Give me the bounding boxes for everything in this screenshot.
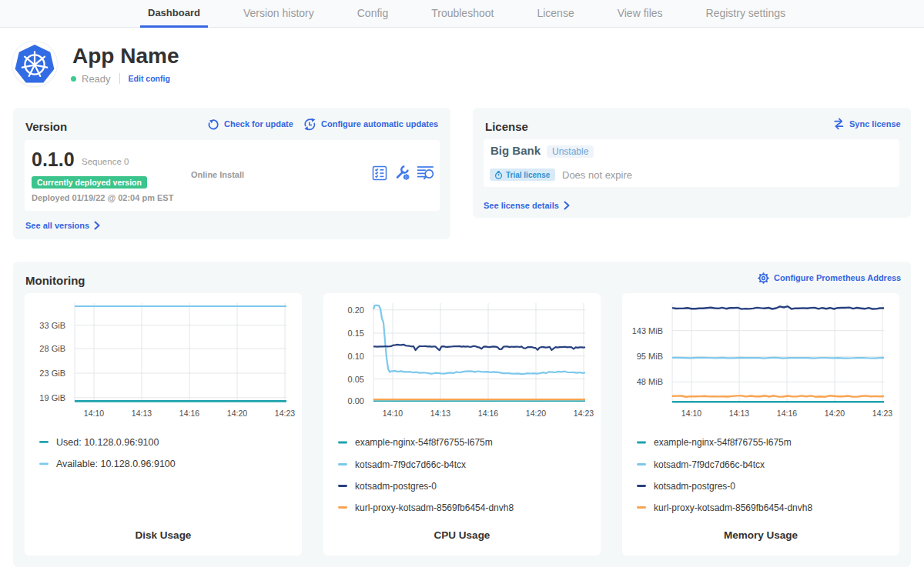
- svg-text:Memory Usage: Memory Usage: [724, 529, 798, 541]
- svg-text:0.00: 0.00: [348, 396, 364, 405]
- svg-text:14:16: 14:16: [179, 409, 199, 418]
- svg-text:Disk Usage: Disk Usage: [136, 529, 192, 541]
- svg-text:CPU Usage: CPU Usage: [434, 529, 490, 541]
- svg-text:0.10: 0.10: [348, 352, 364, 361]
- svg-text:23 GiB: 23 GiB: [39, 369, 65, 378]
- svg-text:14:13: 14:13: [729, 409, 749, 418]
- svg-text:33 GiB: 33 GiB: [39, 321, 65, 330]
- svg-text:14:13: 14:13: [430, 409, 450, 418]
- svg-text:14:16: 14:16: [478, 409, 498, 418]
- svg-text:14:13: 14:13: [132, 409, 152, 418]
- svg-text:example-nginx-54f8f76755-l675m: example-nginx-54f8f76755-l675m: [654, 437, 792, 448]
- svg-text:kurl-proxy-kotsadm-8569fb6454-: kurl-proxy-kotsadm-8569fb6454-dnvh8: [654, 502, 812, 513]
- svg-text:14:20: 14:20: [825, 409, 845, 418]
- svg-text:kotsadm-7f9dc7d66c-b4tcx: kotsadm-7f9dc7d66c-b4tcx: [654, 459, 765, 470]
- svg-text:14:23: 14:23: [275, 409, 295, 418]
- svg-text:0.15: 0.15: [348, 329, 364, 338]
- svg-text:kurl-proxy-kotsadm-8569fb6454-: kurl-proxy-kotsadm-8569fb6454-dnvh8: [355, 502, 514, 513]
- svg-text:143 MiB: 143 MiB: [632, 326, 663, 335]
- svg-text:14:23: 14:23: [574, 409, 594, 418]
- svg-text:95 MiB: 95 MiB: [637, 352, 663, 361]
- svg-text:14:10: 14:10: [383, 409, 403, 418]
- svg-text:48 MiB: 48 MiB: [637, 377, 663, 386]
- svg-text:14:16: 14:16: [777, 409, 797, 418]
- svg-text:19 GiB: 19 GiB: [39, 393, 65, 402]
- svg-text:14:20: 14:20: [227, 409, 247, 418]
- svg-text:14:10: 14:10: [681, 409, 701, 418]
- svg-text:0.20: 0.20: [348, 305, 364, 315]
- svg-text:0.05: 0.05: [348, 375, 364, 384]
- svg-text:14:10: 14:10: [84, 409, 104, 418]
- svg-text:28 GiB: 28 GiB: [39, 344, 65, 353]
- svg-text:kotsadm-7f9dc7d66c-b4tcx: kotsadm-7f9dc7d66c-b4tcx: [355, 459, 466, 470]
- svg-text:kotsadm-postgres-0: kotsadm-postgres-0: [654, 481, 735, 492]
- svg-text:Used: 10.128.0.96:9100: Used: 10.128.0.96:9100: [56, 437, 159, 448]
- svg-text:Available: 10.128.0.96:9100: Available: 10.128.0.96:9100: [56, 459, 176, 469]
- svg-text:example-nginx-54f8f76755-l675m: example-nginx-54f8f76755-l675m: [355, 437, 493, 448]
- svg-text:kotsadm-postgres-0: kotsadm-postgres-0: [355, 481, 437, 492]
- svg-text:14:20: 14:20: [526, 409, 546, 418]
- svg-text:14:23: 14:23: [872, 409, 892, 418]
